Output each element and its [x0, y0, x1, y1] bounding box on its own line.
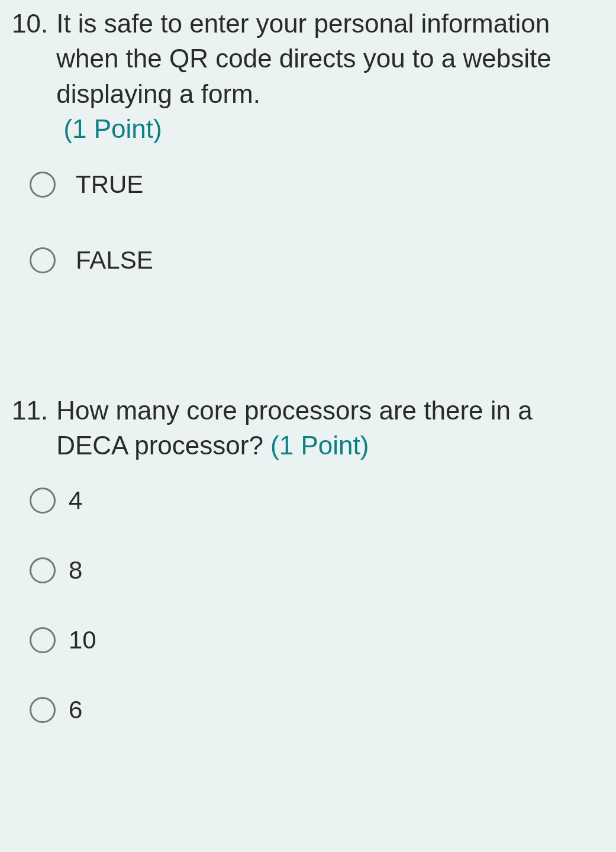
- option-4[interactable]: 4: [30, 486, 604, 515]
- question-11: 11. How many core processors are there i…: [0, 387, 616, 754]
- question-points: (1 Point): [270, 431, 369, 460]
- question-text: It is safe to enter your personal inform…: [56, 9, 551, 108]
- radio-icon: [30, 627, 56, 653]
- option-6[interactable]: 6: [30, 696, 604, 724]
- question-number: 11.: [12, 393, 48, 428]
- question-points: (1 Point): [56, 114, 162, 143]
- option-label: 6: [69, 696, 82, 724]
- question-header: 10. It is safe to enter your personal in…: [12, 6, 604, 147]
- question-header: 11. How many core processors are there i…: [12, 393, 604, 463]
- question-text-wrapper: How many core processors are there in a …: [56, 393, 604, 463]
- radio-icon: [30, 697, 56, 723]
- option-false[interactable]: FALSE: [30, 246, 604, 275]
- option-label: FALSE: [76, 246, 153, 275]
- option-10[interactable]: 10: [30, 626, 604, 654]
- question-number: 10.: [12, 6, 48, 41]
- radio-icon: [30, 172, 56, 198]
- radio-icon: [30, 247, 56, 273]
- radio-icon: [30, 557, 56, 583]
- option-8[interactable]: 8: [30, 556, 604, 585]
- option-label: 4: [69, 486, 82, 515]
- option-label: TRUE: [76, 170, 143, 199]
- options-group: 4 8 10 6: [12, 486, 604, 724]
- radio-icon: [30, 488, 56, 514]
- question-text-wrapper: It is safe to enter your personal inform…: [56, 6, 604, 147]
- option-true[interactable]: TRUE: [30, 170, 604, 199]
- question-10: 10. It is safe to enter your personal in…: [0, 0, 616, 351]
- option-label: 8: [69, 556, 82, 585]
- options-group: TRUE FALSE: [12, 170, 604, 275]
- option-label: 10: [69, 626, 96, 654]
